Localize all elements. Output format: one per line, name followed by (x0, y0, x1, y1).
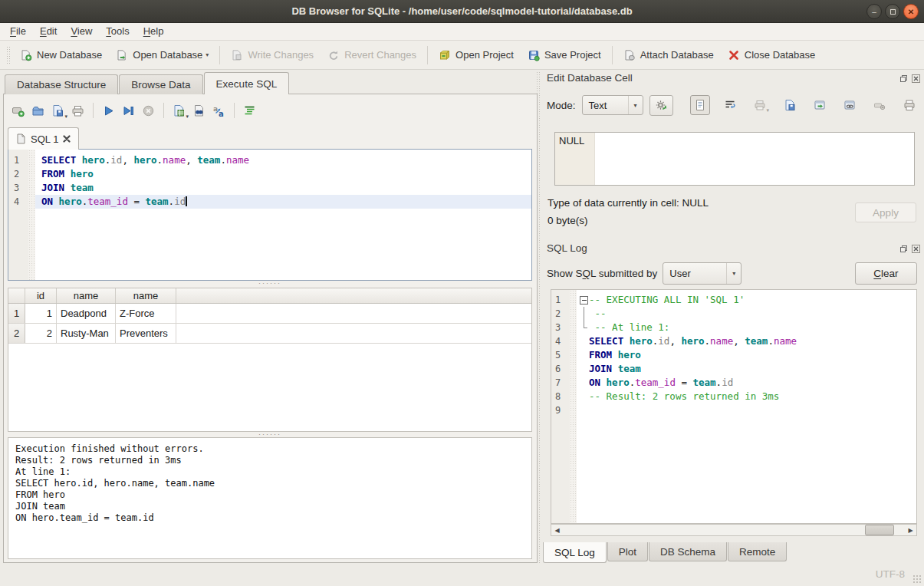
new-sql-tab-icon[interactable] (12, 104, 25, 117)
apply-mode-button[interactable] (649, 95, 673, 116)
cell-content-area[interactable] (595, 133, 914, 185)
print-sql-icon[interactable] (71, 104, 84, 117)
edit-cell-dock-buttons (899, 74, 921, 84)
code-line: JOIN team (577, 362, 916, 376)
maximize-button[interactable] (885, 4, 900, 19)
revert-changes-icon (327, 49, 340, 61)
cell-edit-toolbar: ▾ (690, 95, 919, 115)
cell-hero-name[interactable]: Rusty-Man (57, 324, 116, 343)
new-database-button[interactable]: New Database (13, 44, 109, 66)
submitter-select[interactable]: User ▾ (663, 262, 742, 285)
find-replace-icon[interactable]: aa (212, 104, 225, 117)
fold-margin (578, 348, 589, 362)
save-sql-file-icon[interactable]: ▾ (51, 104, 64, 117)
sql-toolbar: ▾ ▾ aa (12, 101, 256, 120)
resize-grip[interactable] (912, 574, 922, 584)
text-line: JOIN team (15, 501, 524, 512)
cell-content-editor[interactable]: NULL (554, 132, 915, 186)
cell-type-info: Type of data currently in cell: NULL (547, 197, 709, 209)
scrollbar-thumb[interactable] (865, 525, 894, 535)
text-mode-icon[interactable] (690, 95, 710, 115)
close-database-icon (728, 49, 740, 61)
corner-header[interactable] (8, 288, 25, 303)
tab-execute-sql[interactable]: Execute SQL (204, 72, 290, 94)
sql1-tab[interactable]: SQL 1 (8, 127, 79, 150)
scrollbar-track[interactable] (563, 525, 905, 535)
code-line: -- (577, 307, 916, 321)
copy-link-icon[interactable] (840, 95, 860, 115)
menu-tools[interactable]: Tools (99, 23, 136, 41)
tab-remote[interactable]: Remote (728, 542, 787, 561)
toolbar-separator (219, 46, 220, 64)
editor-results-splitter[interactable]: ······ (8, 281, 532, 286)
cell-team-name[interactable]: Z-Force (116, 304, 176, 323)
execute-all-icon[interactable] (102, 104, 115, 117)
minimize-button[interactable]: – (866, 4, 882, 19)
column-header-name2[interactable]: name (116, 288, 176, 303)
scroll-left-icon[interactable]: ◀ (551, 525, 563, 535)
row-header[interactable]: 1 (8, 304, 25, 323)
menu-view[interactable]: View (64, 23, 99, 41)
attach-database-button[interactable]: Attach Database (617, 44, 721, 66)
save-results-icon[interactable]: ▾ (173, 104, 186, 117)
tab-sql-log[interactable]: SQL Log (543, 542, 607, 563)
row-header[interactable]: 2 (8, 324, 25, 343)
tab-browse-data[interactable]: Browse Data (119, 74, 202, 94)
save-file-icon[interactable] (780, 95, 800, 115)
scroll-right-icon[interactable]: ▶ (905, 525, 916, 535)
open-database-button[interactable]: Open Database ▾ (109, 44, 215, 66)
toolbar-drag-handle[interactable] (6, 46, 10, 64)
menu-help[interactable]: Help (136, 23, 171, 41)
code-line (577, 403, 916, 417)
table-row: 2 2 Rusty-Man Preventers (8, 324, 531, 344)
column-header-id[interactable]: id (25, 288, 57, 303)
write-changes-button[interactable]: Write Changes (224, 44, 321, 66)
close-button[interactable]: ✕ (903, 4, 919, 19)
sql1-tab-close-icon[interactable] (63, 135, 71, 143)
close-database-button[interactable]: Close Database (721, 44, 823, 66)
chevron-down-icon: ▾ (726, 263, 741, 284)
text-line: 9 (555, 403, 570, 417)
tab-database-structure[interactable]: Database Structure (5, 74, 118, 94)
fold-minus-icon[interactable] (578, 293, 589, 307)
cell-id[interactable]: 2 (25, 324, 57, 343)
sql-editor[interactable]: 1234 SELECT hero.id, hero.name, team.nam… (8, 149, 532, 281)
log-horizontal-scrollbar[interactable]: ◀ ▶ (551, 524, 917, 536)
sql-log-view[interactable]: 123456789 -- EXECUTING ALL IN 'SQL 1' --… (551, 289, 917, 524)
mode-select[interactable]: Text ▾ (582, 95, 643, 115)
word-wrap-icon[interactable] (720, 95, 740, 115)
set-null-icon[interactable] (870, 95, 889, 115)
execution-message-log: Execution finished without errors.Result… (8, 437, 532, 559)
open-external-icon[interactable] (810, 95, 830, 115)
menu-file[interactable]: File (3, 23, 33, 41)
toolbar-separator (612, 46, 613, 64)
apply-button[interactable]: Apply (855, 202, 916, 222)
clear-button[interactable]: Clear (855, 262, 917, 285)
float-panel-icon[interactable] (899, 74, 909, 84)
cell-team-name[interactable]: Preventers (116, 324, 176, 343)
execute-current-line-icon[interactable] (122, 104, 135, 117)
find-in-sql-icon[interactable] (192, 104, 206, 117)
cell-id[interactable]: 1 (25, 304, 57, 323)
fold-margin (578, 376, 589, 390)
menu-edit[interactable]: Edit (33, 23, 64, 41)
print-cell-icon[interactable] (899, 95, 919, 115)
cell-hero-name[interactable]: Deadpond (57, 304, 116, 323)
stop-execution-icon[interactable] (142, 104, 155, 117)
open-sql-file-icon[interactable] (31, 104, 44, 117)
save-project-button[interactable]: Save Project (521, 44, 608, 66)
close-panel-icon[interactable] (911, 74, 921, 84)
log-line-numbers: 123456789 (551, 290, 570, 523)
open-project-button[interactable]: Open Project (432, 44, 521, 66)
float-panel-icon[interactable] (899, 244, 909, 254)
menubar: File Edit View Tools Help (0, 23, 924, 41)
tab-plot[interactable]: Plot (607, 542, 648, 561)
tab-db-schema[interactable]: DB Schema (649, 542, 727, 561)
close-panel-icon[interactable] (911, 244, 921, 254)
column-header-name[interactable]: name (57, 288, 116, 303)
revert-changes-button[interactable]: Revert Changes (321, 44, 423, 66)
editor-code[interactable]: SELECT hero.id, hero.name, team.nameFROM… (35, 150, 531, 280)
import-file-icon[interactable]: ▾ (750, 95, 770, 115)
format-sql-icon[interactable] (243, 104, 256, 117)
results-message-splitter[interactable]: ······ (8, 432, 532, 437)
